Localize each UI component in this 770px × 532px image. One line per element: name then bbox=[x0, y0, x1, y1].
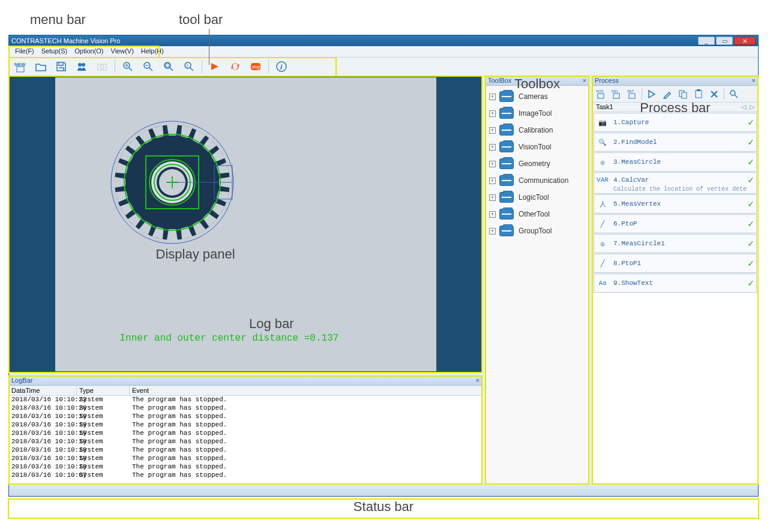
step-icon: ╱ bbox=[597, 218, 609, 230]
zoom-out-icon[interactable] bbox=[139, 59, 157, 74]
svg-rect-43 bbox=[682, 92, 687, 98]
check-icon: ✓ bbox=[748, 198, 754, 210]
process-step[interactable]: VAR4.CalcVar✓Calculate the location of v… bbox=[594, 172, 757, 194]
step-label: 2.FindModel bbox=[613, 139, 657, 146]
process-tab-task1[interactable]: Task1 bbox=[596, 103, 613, 111]
svg-text:i: i bbox=[280, 63, 283, 71]
proc-add-icon[interactable]: ADD bbox=[595, 88, 607, 100]
zoom-actual-icon[interactable]: 1 bbox=[180, 59, 198, 74]
log-row[interactable]: 2018/03/16 10:10:07SystemThe program has… bbox=[9, 471, 482, 480]
proc-del-icon[interactable]: DEL bbox=[610, 88, 622, 100]
process-header: Process × bbox=[592, 76, 758, 86]
expand-icon[interactable]: + bbox=[489, 194, 496, 201]
user-icon[interactable] bbox=[73, 59, 91, 74]
menu-option[interactable]: Option(O) bbox=[71, 46, 107, 57]
toolbox-item[interactable]: +OtherTool bbox=[487, 206, 588, 223]
step-icon: 人 bbox=[597, 198, 609, 210]
process-step[interactable]: ╱6.PtoP✓ bbox=[594, 214, 757, 233]
log-col-event[interactable]: Event bbox=[130, 386, 482, 395]
display-panel[interactable]: Inner and outer center distance =0.137 D… bbox=[9, 76, 482, 372]
log-row[interactable]: 2018/03/16 10:10:22SystemThe program has… bbox=[9, 396, 482, 404]
camera-icon[interactable] bbox=[93, 59, 111, 74]
toolbox-item-label: ImageTool bbox=[519, 109, 552, 118]
log-row[interactable]: 2018/03/16 10:10:19SystemThe program has… bbox=[9, 421, 482, 429]
menu-help[interactable]: Help(H) bbox=[137, 46, 167, 57]
toolbox-item[interactable]: +Calibration bbox=[487, 122, 588, 139]
log-rows: 2018/03/16 10:10:22SystemThe program has… bbox=[9, 396, 482, 484]
toolbox-item[interactable]: +Communication bbox=[487, 172, 588, 189]
process-step[interactable]: ╱8.PtoP1✓ bbox=[594, 254, 757, 273]
process-step[interactable]: Aa9.ShowText✓ bbox=[594, 273, 757, 293]
svg-point-2 bbox=[78, 63, 82, 67]
menu-view[interactable]: View(V) bbox=[107, 46, 137, 57]
process-step[interactable]: 人5.MeasVertex✓ bbox=[594, 194, 757, 214]
folder-icon bbox=[499, 142, 514, 152]
toolbox-item[interactable]: +GroupTool bbox=[487, 223, 588, 239]
annotation-toolbar: tool bar bbox=[179, 12, 223, 28]
open-icon[interactable] bbox=[32, 59, 50, 74]
tab-next-icon[interactable]: ▷ bbox=[750, 103, 754, 111]
menu-setup[interactable]: Setup(S) bbox=[38, 46, 71, 57]
toolbox-item[interactable]: +VisionTool bbox=[487, 139, 588, 155]
step-icon: Aa bbox=[597, 277, 609, 289]
toolbox-close-icon[interactable]: × bbox=[583, 77, 586, 85]
expand-icon[interactable]: + bbox=[489, 94, 496, 100]
process-step[interactable]: ◎7.MeasCircle1✓ bbox=[594, 234, 757, 253]
process-close-icon[interactable]: × bbox=[752, 77, 756, 85]
log-row[interactable]: 2018/03/16 10:10:18SystemThe program has… bbox=[9, 455, 482, 463]
log-col-type[interactable]: Type bbox=[77, 386, 130, 395]
expand-icon[interactable]: + bbox=[489, 110, 496, 117]
expand-icon[interactable]: + bbox=[489, 228, 496, 235]
check-icon: ✓ bbox=[748, 238, 754, 250]
proc-copy-icon[interactable] bbox=[677, 88, 689, 100]
folder-icon bbox=[499, 226, 514, 236]
proc-delete-icon[interactable] bbox=[708, 88, 720, 100]
folder-icon bbox=[499, 108, 514, 119]
loop-icon[interactable] bbox=[226, 59, 244, 74]
toolbox-item[interactable]: +Geometry bbox=[487, 155, 588, 172]
svg-line-49 bbox=[735, 95, 738, 98]
toolbox-item[interactable]: +LogicTool bbox=[487, 189, 588, 206]
log-row[interactable]: 2018/03/16 10:10:19SystemThe program has… bbox=[9, 429, 482, 438]
menu-file[interactable]: File(F) bbox=[11, 46, 38, 57]
tab-prev-icon[interactable]: ◁ bbox=[741, 103, 746, 111]
log-row[interactable]: 2018/03/16 10:10:20SystemThe program has… bbox=[9, 404, 482, 413]
new-icon[interactable]: NEW bbox=[11, 59, 29, 74]
expand-icon[interactable]: + bbox=[489, 144, 496, 151]
stop-icon[interactable]: stop bbox=[247, 59, 265, 74]
step-icon: ╱ bbox=[597, 257, 609, 269]
log-col-datetime[interactable]: DataTime bbox=[9, 386, 77, 395]
proc-paste-icon[interactable] bbox=[693, 88, 705, 100]
log-row[interactable]: 2018/03/16 10:10:18SystemThe program has… bbox=[9, 463, 482, 471]
save-icon[interactable] bbox=[52, 59, 70, 74]
svg-rect-15 bbox=[166, 64, 169, 67]
toolbar-row: NEW 1 stop i bbox=[9, 58, 758, 76]
info-icon[interactable]: i bbox=[272, 59, 290, 74]
zoom-fit-icon[interactable] bbox=[160, 59, 178, 74]
annotation-line bbox=[209, 29, 209, 65]
logbar-close-icon[interactable]: × bbox=[476, 377, 480, 384]
folder-icon bbox=[499, 91, 514, 102]
expand-icon[interactable]: + bbox=[489, 178, 496, 184]
expand-icon[interactable]: + bbox=[489, 127, 496, 134]
svg-rect-37 bbox=[598, 94, 604, 98]
close-button[interactable]: ✕ bbox=[734, 37, 756, 45]
log-row[interactable]: 2018/03/16 10:10:18SystemThe program has… bbox=[9, 438, 482, 446]
proc-set-icon[interactable]: SET bbox=[626, 88, 638, 100]
minimize-button[interactable]: _ bbox=[698, 37, 715, 45]
proc-edit-icon[interactable] bbox=[661, 88, 673, 100]
toolbox-item[interactable]: +ImageTool bbox=[487, 105, 588, 122]
log-row[interactable]: 2018/03/16 10:10:18SystemThe program has… bbox=[9, 446, 482, 455]
process-step[interactable]: 🔍2.FindModel✓ bbox=[594, 133, 757, 152]
maximize-button[interactable]: ▭ bbox=[716, 37, 733, 45]
log-row[interactable]: 2018/03/16 10:10:19SystemThe program has… bbox=[9, 413, 482, 421]
proc-find-icon[interactable] bbox=[728, 88, 740, 100]
proc-play-icon[interactable] bbox=[646, 88, 658, 100]
zoom-in-icon[interactable] bbox=[119, 59, 137, 74]
svg-rect-44 bbox=[696, 91, 702, 98]
expand-icon[interactable]: + bbox=[489, 211, 496, 218]
expand-icon[interactable]: + bbox=[489, 161, 496, 167]
process-step[interactable]: ◎3.MeasCircle✓ bbox=[594, 152, 757, 172]
folder-icon bbox=[499, 175, 514, 186]
toolbox-title: ToolBox bbox=[488, 77, 511, 85]
